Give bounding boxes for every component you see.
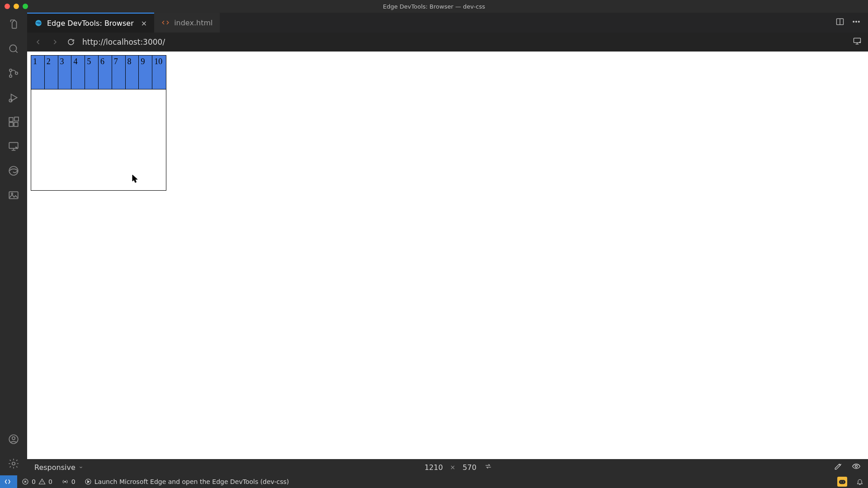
svg-rect-8	[14, 117, 19, 121]
cell-8: 8	[126, 56, 139, 89]
back-button[interactable]	[33, 37, 43, 47]
warning-count: 0	[48, 478, 52, 485]
extensions-icon[interactable]	[7, 116, 20, 128]
split-editor-icon[interactable]	[835, 17, 844, 28]
svg-point-25	[65, 481, 66, 483]
remote-explorer-icon[interactable]	[7, 140, 20, 153]
launch-task[interactable]: Launch Microsoft Edge and open the Edge …	[80, 478, 294, 485]
reload-button[interactable]	[66, 37, 76, 47]
edge-icon	[34, 19, 42, 27]
address-bar[interactable]: http://localhost:3000/	[82, 38, 846, 47]
svg-rect-7	[14, 122, 18, 127]
tab-bar: Edge DevTools: Browser × index.html	[27, 13, 868, 33]
traffic-lights	[0, 4, 28, 9]
svg-rect-27	[839, 480, 845, 484]
html-file-icon	[161, 19, 170, 27]
window-zoom-button[interactable]	[23, 4, 28, 9]
svg-rect-6	[9, 122, 13, 127]
svg-point-3	[15, 72, 18, 74]
status-bar: 0 0 0 Launch Microsoft Edge and open the…	[0, 475, 868, 488]
tab-actions	[835, 13, 868, 33]
number-row: 1 2 3 4 5 6 7 8 9 10	[31, 56, 166, 89]
svg-point-23	[855, 465, 857, 468]
debug-launch-icon	[85, 478, 92, 485]
svg-point-20	[856, 21, 857, 23]
tab-edge-devtools-browser[interactable]: Edge DevTools: Browser ×	[27, 13, 154, 33]
window-minimize-button[interactable]	[14, 4, 19, 9]
copilot-icon	[837, 477, 847, 487]
notifications-button[interactable]	[852, 478, 868, 485]
tab-index-html[interactable]: index.html	[154, 13, 220, 33]
broadcast-icon	[61, 478, 69, 485]
chevron-down-icon	[78, 465, 84, 470]
ports-indicator[interactable]: 0	[57, 478, 80, 485]
browser-viewport[interactable]: 1 2 3 4 5 6 7 8 9 10	[27, 52, 868, 459]
search-icon[interactable]	[7, 42, 20, 55]
svg-rect-5	[9, 117, 13, 122]
tab-label: index.html	[174, 19, 212, 27]
forward-button[interactable]	[50, 37, 60, 47]
open-devtools-button[interactable]	[853, 37, 862, 47]
svg-point-0	[9, 45, 16, 52]
problems-indicator[interactable]: 0 0	[17, 478, 57, 485]
titlebar: Edge DevTools: Browser — dev-css	[0, 0, 868, 13]
svg-point-13	[11, 193, 13, 194]
svg-point-29	[843, 481, 844, 483]
copilot-status[interactable]	[833, 477, 852, 487]
settings-gear-icon[interactable]	[7, 457, 20, 470]
cell-2: 2	[45, 56, 58, 89]
screencast-edit-icon[interactable]	[834, 462, 843, 473]
cell-1: 1	[31, 56, 45, 89]
cell-6: 6	[99, 56, 112, 89]
cell-9: 9	[139, 56, 152, 89]
error-count: 0	[32, 478, 36, 485]
source-control-icon[interactable]	[7, 67, 20, 80]
svg-rect-12	[9, 192, 18, 198]
cell-5: 5	[85, 56, 99, 89]
cell-3: 3	[58, 56, 72, 89]
window-title: Edge DevTools: Browser — dev-css	[383, 3, 485, 10]
svg-point-2	[9, 75, 12, 77]
bell-icon	[856, 478, 863, 485]
editor-column: Edge DevTools: Browser × index.html	[27, 13, 868, 475]
svg-point-28	[840, 481, 842, 483]
main-area: Edge DevTools: Browser × index.html	[0, 13, 868, 475]
error-icon	[22, 478, 29, 485]
tab-label: Edge DevTools: Browser	[47, 19, 134, 28]
svg-point-15	[12, 437, 15, 440]
viewport-height[interactable]: 570	[462, 463, 476, 472]
emulate-vision-icon[interactable]	[852, 462, 861, 473]
svg-point-11	[9, 166, 18, 175]
viewport-dimensions: 1210 × 570	[425, 463, 493, 472]
browser-toolbar: http://localhost:3000/	[27, 33, 868, 52]
mouse-cursor-icon	[132, 174, 138, 183]
responsive-mode-dropdown[interactable]: Responsive	[34, 463, 84, 472]
svg-point-16	[12, 462, 15, 465]
rotate-viewport-button[interactable]	[484, 463, 493, 472]
window-close-button[interactable]	[5, 4, 10, 9]
image-icon[interactable]	[7, 189, 20, 202]
activity-bar	[0, 13, 27, 475]
cell-10: 10	[152, 56, 166, 89]
device-toolbar: Responsive 1210 × 570	[27, 459, 868, 475]
more-actions-icon[interactable]	[852, 17, 861, 28]
svg-point-21	[859, 21, 860, 23]
edge-tools-icon[interactable]	[7, 164, 20, 177]
responsive-mode-label: Responsive	[34, 463, 75, 472]
cell-4: 4	[71, 56, 85, 89]
svg-point-1	[9, 69, 12, 71]
accounts-icon[interactable]	[7, 433, 20, 446]
launch-label: Launch Microsoft Edge and open the Edge …	[94, 478, 289, 485]
dimension-separator: ×	[450, 464, 456, 471]
run-debug-icon[interactable]	[7, 91, 20, 104]
cell-7: 7	[112, 56, 126, 89]
svg-point-19	[853, 21, 854, 23]
warning-icon	[38, 478, 46, 485]
ports-count: 0	[71, 478, 75, 485]
page-content-box: 1 2 3 4 5 6 7 8 9 10	[31, 55, 166, 191]
viewport-width[interactable]: 1210	[425, 463, 443, 472]
explorer-icon[interactable]	[7, 18, 20, 31]
tab-close-icon[interactable]: ×	[141, 19, 147, 28]
remote-indicator[interactable]	[0, 475, 17, 488]
